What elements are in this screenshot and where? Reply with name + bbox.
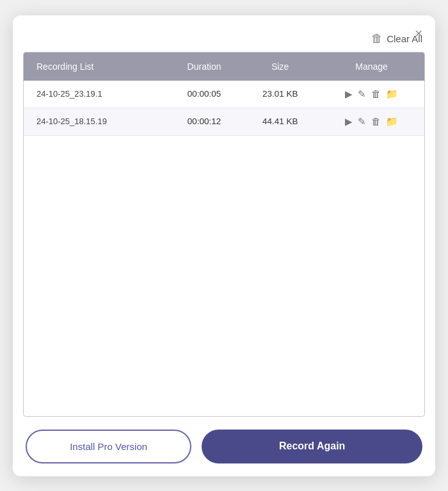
col-header-recording-list: Recording List bbox=[24, 52, 167, 81]
table-row: 24-10-25_23.19.100:00:0523.01 KB▶✎🗑📁 bbox=[24, 81, 424, 108]
empty-area bbox=[24, 136, 424, 341]
record-again-button[interactable]: Record Again bbox=[202, 430, 422, 463]
recording-size: 23.01 KB bbox=[241, 81, 319, 108]
footer: Install Pro Version Record Again bbox=[23, 430, 425, 466]
folder-icon[interactable]: 📁 bbox=[386, 88, 398, 100]
delete-icon[interactable]: 🗑 bbox=[371, 88, 381, 99]
delete-icon[interactable]: 🗑 bbox=[371, 116, 381, 127]
toolbar: 🗑 Clear All bbox=[23, 32, 425, 45]
trash-icon: 🗑 bbox=[371, 32, 383, 45]
recording-duration: 00:00:05 bbox=[167, 81, 242, 108]
close-button[interactable]: × bbox=[412, 24, 425, 42]
recording-size: 44.41 KB bbox=[241, 108, 319, 135]
play-icon[interactable]: ▶ bbox=[345, 116, 353, 127]
recording-table-container: Recording List Duration Size Manage 24-1… bbox=[23, 52, 425, 417]
col-header-size: Size bbox=[241, 52, 319, 81]
recording-manage-cell: ▶✎🗑📁 bbox=[319, 108, 424, 135]
table-row: 24-10-25_18.15.1900:00:1244.41 KB▶✎🗑📁 bbox=[24, 108, 424, 135]
recording-name: 24-10-25_18.15.19 bbox=[24, 108, 167, 135]
col-header-manage: Manage bbox=[319, 52, 424, 81]
recording-name: 24-10-25_23.19.1 bbox=[24, 81, 167, 108]
folder-icon[interactable]: 📁 bbox=[386, 116, 398, 127]
recording-manage-cell: ▶✎🗑📁 bbox=[319, 81, 424, 108]
play-icon[interactable]: ▶ bbox=[345, 88, 353, 100]
edit-icon[interactable]: ✎ bbox=[358, 88, 366, 100]
recording-table: Recording List Duration Size Manage 24-1… bbox=[24, 52, 424, 136]
main-dialog: × 🗑 Clear All Recording List Duration Si… bbox=[13, 15, 435, 476]
install-pro-button[interactable]: Install Pro Version bbox=[26, 430, 191, 463]
recording-duration: 00:00:12 bbox=[167, 108, 242, 135]
edit-icon[interactable]: ✎ bbox=[358, 116, 366, 127]
col-header-duration: Duration bbox=[167, 52, 242, 81]
